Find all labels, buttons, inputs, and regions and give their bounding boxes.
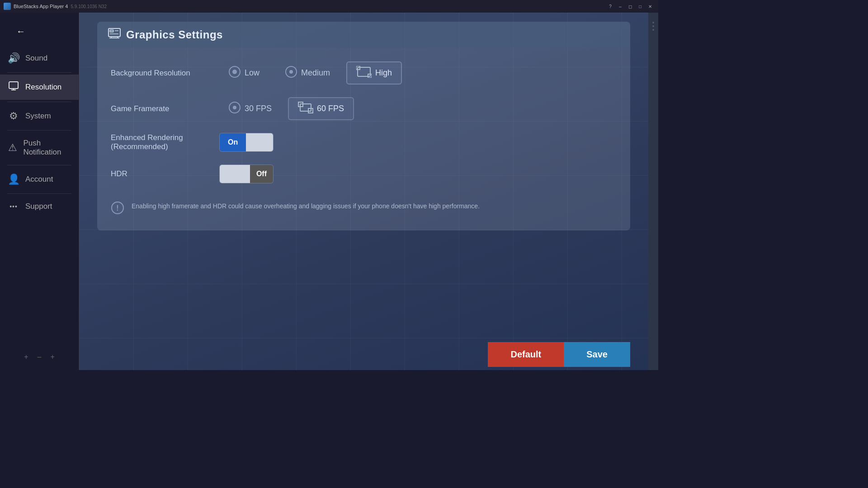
sidebar-item-support[interactable]: ••• Support bbox=[0, 196, 79, 217]
resolution-low-icon bbox=[228, 66, 241, 80]
sidebar-item-push-notification[interactable]: ⚠ Push Notification bbox=[0, 132, 79, 163]
save-button[interactable]: Save bbox=[564, 342, 630, 367]
background-resolution-label: Background Resolution bbox=[111, 69, 210, 78]
sidebar-bottom: + – + bbox=[0, 353, 79, 361]
hdr-off[interactable]: Off bbox=[250, 165, 273, 183]
nav-divider-4 bbox=[7, 165, 71, 165]
back-button[interactable]: ← bbox=[7, 20, 34, 42]
minimize-button[interactable]: – bbox=[616, 2, 625, 11]
main-content: Graphics Settings Background Resolution bbox=[79, 13, 648, 370]
content-area: Graphics Settings Background Resolution bbox=[79, 13, 648, 338]
game-framerate-row: Game Framerate 30 FPS bbox=[111, 97, 617, 120]
resolution-low-label: Low bbox=[245, 68, 259, 78]
resolution-icon bbox=[7, 81, 20, 94]
app-icon bbox=[4, 3, 11, 10]
svg-text:!: ! bbox=[116, 204, 118, 212]
sound-icon: 🔊 bbox=[7, 52, 20, 64]
enhanced-rendering-row: Enhanced Rendering (Recommended) On bbox=[111, 133, 617, 152]
sidebar-item-sound[interactable]: 🔊 Sound bbox=[0, 46, 79, 70]
nav-divider-1 bbox=[7, 72, 71, 73]
warning-text: Enabling high framerate and HDR could ca… bbox=[132, 202, 480, 211]
system-icon: ⚙ bbox=[7, 110, 20, 122]
framerate-60-label: 60 FPS bbox=[317, 104, 344, 113]
nav-divider-3 bbox=[7, 130, 71, 131]
resolution-medium-icon bbox=[285, 66, 297, 80]
app-name: BlueStacks App Player 4 bbox=[14, 4, 68, 9]
framerate-30-option[interactable]: 30 FPS bbox=[219, 98, 281, 120]
sidebar-item-account[interactable]: 👤 Account bbox=[0, 167, 79, 192]
resolution-medium-option[interactable]: Medium bbox=[276, 62, 339, 84]
right-panel bbox=[648, 13, 658, 370]
resolution-high-icon bbox=[356, 66, 372, 80]
hdr-label: HDR bbox=[111, 169, 210, 178]
resolution-low-option[interactable]: Low bbox=[219, 62, 269, 84]
push-icon: ⚠ bbox=[7, 142, 18, 154]
nav-divider-2 bbox=[7, 102, 71, 102]
title-bar-left: BlueStacks App Player 4 5.9.100.1036 N32 bbox=[4, 3, 107, 10]
nav-divider-5 bbox=[7, 193, 71, 194]
sidebar-item-system[interactable]: ⚙ System bbox=[0, 104, 79, 128]
resolution-medium-label: Medium bbox=[301, 68, 330, 78]
framerate-60-icon bbox=[298, 102, 313, 116]
add-right-icon[interactable]: + bbox=[50, 353, 54, 361]
settings-header-icon bbox=[108, 28, 121, 42]
warning-icon: ! bbox=[111, 202, 124, 217]
svg-point-11 bbox=[232, 70, 237, 74]
enhanced-rendering-label: Enhanced Rendering (Recommended) bbox=[111, 133, 210, 151]
hdr-on-part[interactable] bbox=[220, 165, 250, 183]
svg-point-18 bbox=[233, 106, 236, 109]
resolution-high-option[interactable]: High bbox=[346, 61, 402, 84]
settings-header: Graphics Settings bbox=[97, 22, 630, 48]
game-framerate-options: 30 FPS 60 FPS bbox=[219, 97, 354, 120]
hdr-row: HDR Off bbox=[111, 164, 617, 183]
app-container: ← 🔊 Sound Resolution ⚙ System ⚠ Pus bbox=[0, 13, 658, 370]
enhanced-rendering-off-part[interactable] bbox=[246, 133, 273, 151]
app-version: 5.9.100.1036 N32 bbox=[71, 4, 107, 9]
minus-icon[interactable]: – bbox=[38, 353, 42, 361]
svg-rect-19 bbox=[300, 104, 311, 111]
enhanced-rendering-on[interactable]: On bbox=[220, 133, 246, 151]
right-panel-dot-1 bbox=[652, 22, 654, 23]
account-icon: 👤 bbox=[7, 174, 20, 185]
title-bar: BlueStacks App Player 4 5.9.100.1036 N32… bbox=[0, 0, 658, 13]
enhanced-rendering-toggle[interactable]: On bbox=[219, 133, 274, 152]
framerate-60-option[interactable]: 60 FPS bbox=[288, 97, 354, 120]
restore-button[interactable]: ◻ bbox=[626, 2, 635, 11]
svg-rect-4 bbox=[110, 30, 113, 32]
add-left-icon[interactable]: + bbox=[24, 353, 28, 361]
game-framerate-label: Game Framerate bbox=[111, 104, 210, 113]
default-button[interactable]: Default bbox=[488, 342, 564, 367]
help-button[interactable]: ? bbox=[606, 2, 615, 11]
background-resolution-options: Low Medium bbox=[219, 61, 402, 84]
framerate-30-label: 30 FPS bbox=[245, 104, 272, 113]
resolution-high-label: High bbox=[375, 68, 392, 78]
maximize-button[interactable]: □ bbox=[636, 2, 645, 11]
right-panel-dot-3 bbox=[652, 29, 654, 31]
sidebar-item-resolution[interactable]: Resolution bbox=[0, 75, 79, 100]
window-controls: ? – ◻ □ ✕ bbox=[606, 2, 655, 11]
svg-rect-0 bbox=[9, 82, 18, 89]
right-panel-dot-2 bbox=[652, 25, 654, 27]
warning-note: ! Enabling high framerate and HDR could … bbox=[111, 197, 617, 221]
close-button[interactable]: ✕ bbox=[646, 2, 655, 11]
hdr-toggle[interactable]: Off bbox=[219, 164, 274, 183]
svg-point-13 bbox=[289, 70, 293, 74]
settings-title: Graphics Settings bbox=[126, 28, 223, 41]
settings-body: Background Resolution Low bbox=[97, 48, 630, 230]
background-resolution-row: Background Resolution Low bbox=[111, 61, 617, 84]
framerate-30-icon bbox=[228, 101, 241, 116]
sidebar: ← 🔊 Sound Resolution ⚙ System ⚠ Pus bbox=[0, 13, 79, 370]
support-icon: ••• bbox=[7, 203, 20, 210]
bottom-bar: Default Save bbox=[79, 338, 648, 370]
